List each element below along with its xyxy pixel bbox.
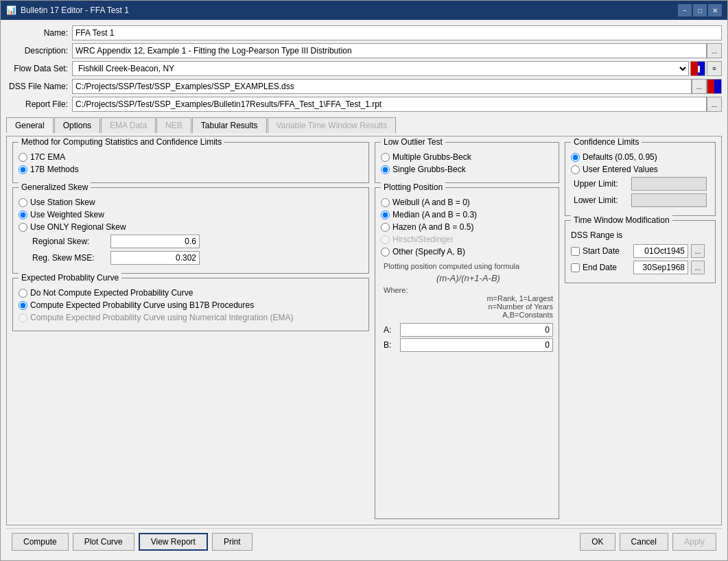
close-button[interactable]: ✕ bbox=[708, 4, 722, 16]
radio-median-row: Median (A and B = 0.3) bbox=[381, 210, 553, 219]
radio-hirsch[interactable] bbox=[381, 235, 390, 244]
reg-skew-mse-input[interactable] bbox=[110, 251, 200, 265]
radio-station-skew-label[interactable]: Use Station Skew bbox=[30, 198, 95, 207]
tab-general[interactable]: General bbox=[6, 117, 54, 133]
regional-skew-input[interactable] bbox=[110, 235, 200, 248]
dss-file-browse-button[interactable]: ... bbox=[692, 79, 707, 94]
plot-curve-button[interactable]: Plot Curve bbox=[73, 533, 134, 551]
radio-use-only-regional-skew[interactable] bbox=[19, 223, 27, 232]
flow-select-wrapper: Fishkill Creek-Beacon, NY ▐ ≡ bbox=[72, 61, 722, 76]
radio-hazen-label[interactable]: Hazen (A and B = 0.5) bbox=[392, 222, 473, 232]
report-file-row: Report File: ... bbox=[6, 97, 722, 112]
minimize-button[interactable]: − bbox=[678, 4, 692, 16]
radio-multiple-grubbs-label[interactable]: Multiple Grubbs-Beck bbox=[392, 152, 471, 162]
a-value-row: A: bbox=[384, 323, 553, 337]
flow-chart-button[interactable]: ▐ bbox=[690, 61, 705, 76]
radio-other-label[interactable]: Other (Specify A, B) bbox=[392, 247, 465, 256]
tab-content: Method for Computing Statistics and Conf… bbox=[6, 136, 722, 525]
upper-limit-input[interactable] bbox=[631, 177, 707, 191]
radio-only-regional-label[interactable]: Use ONLY Regional Skew bbox=[30, 222, 126, 232]
radio-conf-user-label[interactable]: User Entered Values bbox=[583, 165, 658, 174]
radio-conf-defaults-label[interactable]: Defaults (0.05, 0.95) bbox=[583, 152, 657, 162]
start-date-input[interactable] bbox=[633, 244, 688, 258]
where-label: Where: bbox=[384, 286, 553, 294]
lower-limit-input[interactable] bbox=[631, 193, 707, 207]
report-file-browse-button[interactable]: ... bbox=[707, 97, 722, 112]
radio-other[interactable] bbox=[381, 248, 390, 256]
view-report-button[interactable]: View Report bbox=[139, 533, 208, 551]
lower-limit-label: Lower Limit: bbox=[574, 195, 629, 205]
end-date-input[interactable] bbox=[633, 261, 688, 274]
confidence-limits-group: Confidence Limits Defaults (0.05, 0.95) … bbox=[565, 142, 716, 216]
apply-button[interactable]: Apply bbox=[672, 533, 716, 551]
radio-other-row: Other (Specify A, B) bbox=[381, 247, 553, 256]
dss-file-label: DSS File Name: bbox=[6, 82, 68, 91]
radio-weibull[interactable] bbox=[381, 198, 390, 207]
print-button[interactable]: Print bbox=[212, 533, 253, 551]
tab-options[interactable]: Options bbox=[54, 117, 100, 133]
radio-hazen[interactable] bbox=[381, 223, 390, 232]
radio-17b-label[interactable]: 17B Methods bbox=[30, 165, 79, 174]
b-label: B: bbox=[384, 340, 397, 350]
radio-compute-numerical-row: Compute Expected Probability Curve using… bbox=[19, 313, 363, 322]
maximize-button[interactable]: □ bbox=[693, 4, 707, 16]
radio-single-grubbs-row: Single Grubbs-Beck bbox=[381, 165, 553, 174]
start-date-browse-button[interactable]: ... bbox=[691, 244, 705, 258]
radio-weighted-skew-label[interactable]: Use Weighted Skew bbox=[30, 210, 104, 219]
radio-use-station-skew[interactable] bbox=[19, 198, 27, 207]
formula-text: (m-A)/(n+1-A-B) bbox=[384, 273, 553, 283]
plotting-position-title: Plotting Position bbox=[381, 182, 445, 192]
radio-single-grubbs-label[interactable]: Single Grubbs-Beck bbox=[392, 165, 466, 174]
radio-single-grubbs[interactable] bbox=[381, 165, 390, 174]
start-date-label[interactable]: Start Date bbox=[583, 246, 631, 256]
tab-ema-data[interactable]: EMA Data bbox=[101, 117, 156, 133]
regional-skew-field-row: Regional Skew: bbox=[19, 235, 363, 248]
compute-button[interactable]: Compute bbox=[12, 533, 69, 551]
radio-conf-defaults[interactable] bbox=[571, 153, 580, 162]
radio-compute-numerical-label[interactable]: Compute Expected Probability Curve using… bbox=[30, 313, 294, 322]
radio-weibull-label[interactable]: Weibull (A and B = 0) bbox=[392, 198, 470, 207]
name-input[interactable] bbox=[72, 25, 722, 40]
tab-neb[interactable]: NEB bbox=[156, 117, 191, 133]
radio-compute-numerical[interactable] bbox=[19, 313, 27, 322]
ok-button[interactable]: OK bbox=[580, 533, 615, 551]
a-value-input[interactable] bbox=[400, 323, 553, 337]
lower-limit-row: Lower Limit: bbox=[571, 193, 709, 207]
radio-17b-methods[interactable] bbox=[19, 165, 27, 174]
radio-median[interactable] bbox=[381, 211, 390, 219]
end-date-label[interactable]: End Date bbox=[583, 263, 631, 272]
reg-skew-mse-label: Reg. Skew MSE: bbox=[32, 253, 108, 263]
method-group-title: Method for Computing Statistics and Conf… bbox=[19, 137, 224, 147]
radio-multiple-grubbs[interactable] bbox=[381, 153, 390, 162]
low-outlier-group: Low Outlier Test Multiple Grubbs-Beck Si… bbox=[375, 142, 559, 183]
description-browse-button[interactable]: ... bbox=[707, 43, 722, 58]
radio-conf-user-entered[interactable] bbox=[571, 165, 580, 174]
radio-compute-b17b[interactable] bbox=[19, 301, 27, 310]
dss-file-icon-button[interactable] bbox=[707, 79, 722, 94]
end-date-checkbox[interactable] bbox=[571, 263, 580, 272]
description-input[interactable] bbox=[72, 43, 707, 58]
window-icon: 📊 bbox=[6, 5, 16, 15]
bottom-right-buttons: OK Cancel Apply bbox=[580, 533, 716, 551]
dss-file-input[interactable] bbox=[72, 79, 692, 94]
report-file-input[interactable] bbox=[72, 97, 707, 112]
end-date-browse-button[interactable]: ... bbox=[691, 261, 705, 274]
flow-table-button[interactable]: ≡ bbox=[707, 61, 722, 76]
bottom-left-buttons: Compute Plot Curve View Report Print bbox=[12, 533, 253, 551]
radio-17c-ema[interactable] bbox=[19, 153, 27, 162]
tab-tabular-results[interactable]: Tabular Results bbox=[192, 117, 267, 133]
start-date-checkbox[interactable] bbox=[571, 247, 580, 256]
expected-probability-group: Expected Probablity Curve Do Not Compute… bbox=[12, 278, 369, 331]
radio-do-not-compute-label[interactable]: Do Not Compute Expected Probability Curv… bbox=[30, 288, 193, 298]
radio-hirsch-label[interactable]: Hirsch/Stedinger bbox=[392, 235, 454, 244]
radio-median-label[interactable]: Median (A and B = 0.3) bbox=[392, 210, 477, 219]
b-value-input[interactable] bbox=[400, 338, 553, 352]
radio-do-not-compute[interactable] bbox=[19, 289, 27, 298]
radio-17c-label[interactable]: 17C EMA bbox=[30, 152, 65, 162]
tab-variable-time[interactable]: Variable Time Window Results bbox=[268, 117, 397, 133]
flow-data-select[interactable]: Fishkill Creek-Beacon, NY bbox=[72, 61, 689, 76]
radio-compute-b17b-label[interactable]: Compute Expected Probability Curve using… bbox=[30, 300, 254, 310]
cancel-button[interactable]: Cancel bbox=[620, 533, 668, 551]
generalized-skew-title: Generalized Skew bbox=[19, 182, 91, 192]
radio-use-weighted-skew[interactable] bbox=[19, 211, 27, 219]
